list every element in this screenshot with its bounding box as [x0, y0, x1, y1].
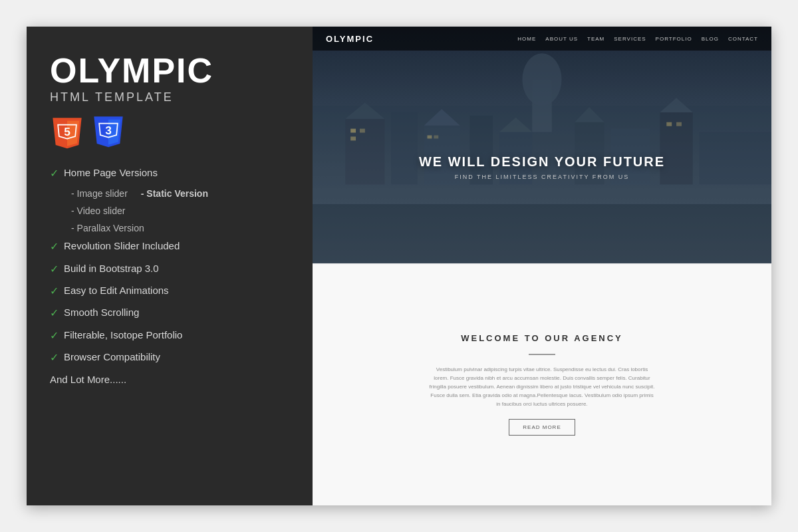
hero-content: WE WILL DESIGN YOUR FUTURE FIND THE LIMI… — [313, 154, 771, 180]
nav-home[interactable]: HOME — [517, 36, 536, 42]
svg-rect-28 — [360, 129, 365, 133]
hero-subheadline: FIND THE LIMITLESS CREATIVITY FROM US — [313, 174, 771, 180]
nav-blog[interactable]: BLOG — [702, 36, 719, 42]
brand-title: OLYMPIC — [50, 53, 289, 88]
badges-row: 5 3 — [50, 114, 289, 151]
svg-rect-26 — [313, 204, 771, 263]
feature-revolution-slider: ✓ Revolution Slider Included — [50, 239, 289, 254]
checkmark-icon-3: ✓ — [50, 262, 59, 277]
svg-text:5: 5 — [64, 125, 70, 138]
feature-home-page: ✓ Home Page Versions — [50, 166, 289, 181]
checkmark-icon-6: ✓ — [50, 329, 59, 343]
svg-rect-27 — [350, 129, 356, 133]
svg-text:3: 3 — [105, 124, 112, 137]
hero-headline: WE WILL DESIGN YOUR FUTURE — [313, 154, 771, 170]
feature-browser: ✓ Browser Compatibility — [50, 350, 289, 365]
feature-portfolio-label: Filterable, Isotope Portfolio — [64, 328, 182, 342]
brand-subtitle: HTML TEMPLATE — [50, 90, 289, 104]
svg-rect-11 — [532, 80, 552, 132]
sub-item-parallax: - Parallax Version — [50, 222, 289, 235]
about-body-text: Vestibulum pulvinar adipiscing turpis vi… — [429, 366, 655, 408]
sub-image-slider: - Image slider — [71, 188, 128, 201]
preview-about: WELCOME TO OUR AGENCY Vestibulum pulvina… — [313, 263, 771, 505]
feature-portfolio: ✓ Filterable, Isotope Portfolio — [50, 328, 289, 343]
svg-rect-33 — [676, 122, 682, 126]
feature-animations-label: Easy to Edit Animations — [64, 283, 169, 297]
feature-animations: ✓ Easy to Edit Animations — [50, 283, 289, 299]
svg-rect-29 — [350, 136, 356, 140]
main-container: OLYMPIC HTML TEMPLATE 5 3 — [27, 27, 771, 505]
and-more-text: And Lot More...... — [50, 372, 289, 386]
feature-scrolling: ✓ Smooth Scrolling — [50, 305, 289, 321]
city-skyline — [313, 27, 771, 263]
checkmark-icon-7: ✓ — [50, 350, 59, 365]
html5-badge: 5 — [50, 115, 84, 150]
nav-portfolio[interactable]: PORTFOLIO — [656, 36, 692, 42]
svg-rect-31 — [434, 135, 438, 138]
checkmark-icon-2: ✓ — [50, 239, 59, 254]
svg-rect-32 — [666, 122, 672, 126]
hero-navbar: OLYMPIC HOME ABOUT US TEAM SERVICES PORT… — [313, 27, 771, 51]
read-more-button[interactable]: READ MORE — [509, 419, 575, 436]
checkmark-icon-4: ✓ — [50, 284, 59, 299]
hero-logo: OLYMPIC — [326, 34, 374, 44]
preview-hero: OLYMPIC HOME ABOUT US TEAM SERVICES PORT… — [313, 27, 771, 263]
sub-static-version: - Static Version — [141, 188, 208, 201]
checkmark-icon: ✓ — [50, 166, 59, 181]
svg-rect-30 — [428, 135, 432, 138]
nav-services[interactable]: SERVICES — [614, 36, 646, 42]
feature-revolution-slider-label: Revolution Slider Included — [64, 239, 180, 253]
left-panel: OLYMPIC HTML TEMPLATE 5 3 — [27, 27, 313, 505]
right-panel: OLYMPIC HOME ABOUT US TEAM SERVICES PORT… — [313, 27, 771, 505]
hero-nav-links: HOME ABOUT US TEAM SERVICES PORTFOLIO BL… — [517, 36, 758, 42]
features-list: ✓ Home Page Versions - Image slider - St… — [50, 166, 289, 479]
feature-scrolling-label: Smooth Scrolling — [64, 305, 139, 319]
feature-bootstrap-label: Build in Bootstrap 3.0 — [64, 261, 159, 275]
feature-browser-label: Browser Compatibility — [64, 350, 160, 364]
feature-home-page-label: Home Page Versions — [64, 166, 158, 180]
checkmark-icon-5: ✓ — [50, 306, 59, 321]
nav-about[interactable]: ABOUT US — [545, 36, 578, 42]
nav-contact[interactable]: CONTACT — [728, 36, 758, 42]
about-divider — [529, 354, 555, 355]
feature-bootstrap: ✓ Build in Bootstrap 3.0 — [50, 261, 289, 277]
sub-item-video-slider: - Video slider — [50, 205, 289, 218]
sub-item-image-slider: - Image slider - Static Version — [50, 188, 289, 201]
nav-team[interactable]: TEAM — [587, 36, 604, 42]
about-title: WELCOME TO OUR AGENCY — [461, 333, 623, 343]
css3-badge: 3 — [91, 114, 126, 151]
